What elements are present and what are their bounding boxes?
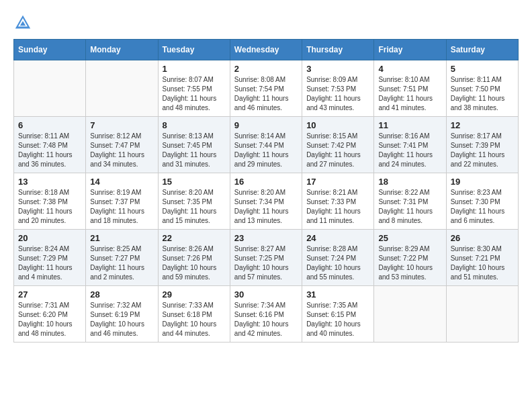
day-info: Sunrise: 8:12 AM Sunset: 7:47 PM Dayligh…	[90, 132, 153, 169]
day-number: 5	[451, 64, 514, 74]
calendar-cell: 21Sunrise: 8:25 AM Sunset: 7:27 PM Dayli…	[86, 230, 158, 286]
day-number: 11	[378, 120, 441, 130]
calendar-cell	[86, 60, 158, 117]
calendar-cell: 4Sunrise: 8:10 AM Sunset: 7:51 PM Daylig…	[374, 60, 446, 117]
calendar-cell: 18Sunrise: 8:22 AM Sunset: 7:31 PM Dayli…	[374, 173, 446, 230]
calendar-cell: 2Sunrise: 8:08 AM Sunset: 7:54 PM Daylig…	[230, 60, 302, 117]
day-number: 19	[451, 177, 514, 187]
day-info: Sunrise: 8:28 AM Sunset: 7:24 PM Dayligh…	[306, 244, 369, 282]
calendar-cell: 1Sunrise: 8:07 AM Sunset: 7:55 PM Daylig…	[158, 60, 230, 117]
day-number: 4	[378, 64, 441, 74]
day-number: 29	[163, 289, 226, 300]
calendar-cell: 22Sunrise: 8:26 AM Sunset: 7:26 PM Dayli…	[158, 230, 230, 286]
day-info: Sunrise: 8:24 AM Sunset: 7:29 PM Dayligh…	[18, 244, 81, 282]
day-number: 16	[234, 177, 298, 187]
calendar-cell: 13Sunrise: 8:18 AM Sunset: 7:38 PM Dayli…	[14, 173, 86, 230]
day-info: Sunrise: 8:09 AM Sunset: 7:53 PM Dayligh…	[306, 75, 369, 113]
day-number: 25	[378, 233, 441, 243]
week-row-5: 27Sunrise: 7:31 AM Sunset: 6:20 PM Dayli…	[14, 286, 519, 342]
day-number: 22	[163, 233, 226, 243]
day-info: Sunrise: 8:11 AM Sunset: 7:48 PM Dayligh…	[18, 132, 81, 169]
week-row-2: 6Sunrise: 8:11 AM Sunset: 7:48 PM Daylig…	[14, 117, 519, 173]
day-number: 6	[18, 120, 81, 130]
day-info: Sunrise: 7:31 AM Sunset: 6:20 PM Dayligh…	[18, 301, 81, 338]
calendar-cell	[14, 60, 86, 117]
day-info: Sunrise: 8:27 AM Sunset: 7:25 PM Dayligh…	[234, 244, 298, 282]
calendar-cell: 28Sunrise: 7:32 AM Sunset: 6:19 PM Dayli…	[86, 286, 158, 342]
day-info: Sunrise: 8:20 AM Sunset: 7:35 PM Dayligh…	[163, 188, 226, 226]
day-number: 12	[451, 120, 514, 130]
day-number: 26	[451, 233, 514, 243]
day-number: 9	[234, 120, 298, 130]
week-row-4: 20Sunrise: 8:24 AM Sunset: 7:29 PM Dayli…	[14, 230, 519, 286]
day-info: Sunrise: 8:18 AM Sunset: 7:38 PM Dayligh…	[18, 188, 81, 226]
calendar-cell	[374, 286, 446, 342]
calendar-cell: 14Sunrise: 8:19 AM Sunset: 7:37 PM Dayli…	[86, 173, 158, 230]
day-number: 1	[163, 64, 226, 74]
weekday-header-sunday: Sunday	[14, 40, 86, 60]
logo-icon	[13, 13, 32, 32]
weekday-header-tuesday: Tuesday	[158, 40, 230, 60]
day-info: Sunrise: 7:35 AM Sunset: 6:15 PM Dayligh…	[306, 301, 369, 338]
weekday-header-saturday: Saturday	[446, 40, 518, 60]
day-number: 20	[18, 233, 81, 243]
calendar-cell: 10Sunrise: 8:15 AM Sunset: 7:42 PM Dayli…	[302, 117, 374, 173]
day-info: Sunrise: 8:17 AM Sunset: 7:39 PM Dayligh…	[451, 132, 514, 169]
day-info: Sunrise: 8:21 AM Sunset: 7:33 PM Dayligh…	[306, 188, 369, 226]
calendar-cell: 25Sunrise: 8:29 AM Sunset: 7:22 PM Dayli…	[374, 230, 446, 286]
weekday-header-thursday: Thursday	[302, 40, 374, 60]
calendar-cell: 26Sunrise: 8:30 AM Sunset: 7:21 PM Dayli…	[446, 230, 518, 286]
calendar-cell: 8Sunrise: 8:13 AM Sunset: 7:45 PM Daylig…	[158, 117, 230, 173]
day-number: 14	[90, 177, 153, 187]
calendar-table: SundayMondayTuesdayWednesdayThursdayFrid…	[13, 39, 519, 342]
logo	[13, 13, 35, 32]
day-number: 13	[18, 177, 81, 187]
page-header	[13, 13, 519, 32]
weekday-header-friday: Friday	[374, 40, 446, 60]
weekday-header-row: SundayMondayTuesdayWednesdayThursdayFrid…	[14, 40, 519, 60]
day-number: 21	[90, 233, 153, 243]
week-row-1: 1Sunrise: 8:07 AM Sunset: 7:55 PM Daylig…	[14, 60, 519, 117]
calendar-cell: 19Sunrise: 8:23 AM Sunset: 7:30 PM Dayli…	[446, 173, 518, 230]
day-info: Sunrise: 8:11 AM Sunset: 7:50 PM Dayligh…	[451, 75, 514, 113]
calendar-cell: 20Sunrise: 8:24 AM Sunset: 7:29 PM Dayli…	[14, 230, 86, 286]
day-info: Sunrise: 8:22 AM Sunset: 7:31 PM Dayligh…	[378, 188, 441, 226]
day-number: 31	[306, 289, 369, 300]
day-info: Sunrise: 8:10 AM Sunset: 7:51 PM Dayligh…	[378, 75, 441, 113]
day-info: Sunrise: 8:25 AM Sunset: 7:27 PM Dayligh…	[90, 244, 153, 282]
day-number: 30	[234, 289, 298, 300]
day-info: Sunrise: 8:16 AM Sunset: 7:41 PM Dayligh…	[378, 132, 441, 169]
day-number: 24	[306, 233, 369, 243]
calendar-cell: 9Sunrise: 8:14 AM Sunset: 7:44 PM Daylig…	[230, 117, 302, 173]
day-number: 28	[90, 289, 153, 300]
calendar-cell: 23Sunrise: 8:27 AM Sunset: 7:25 PM Dayli…	[230, 230, 302, 286]
calendar-cell: 5Sunrise: 8:11 AM Sunset: 7:50 PM Daylig…	[446, 60, 518, 117]
day-info: Sunrise: 8:26 AM Sunset: 7:26 PM Dayligh…	[163, 244, 226, 282]
calendar-cell: 16Sunrise: 8:20 AM Sunset: 7:34 PM Dayli…	[230, 173, 302, 230]
day-number: 15	[163, 177, 226, 187]
day-number: 2	[234, 64, 298, 74]
calendar-cell: 15Sunrise: 8:20 AM Sunset: 7:35 PM Dayli…	[158, 173, 230, 230]
day-info: Sunrise: 8:23 AM Sunset: 7:30 PM Dayligh…	[451, 188, 514, 226]
week-row-3: 13Sunrise: 8:18 AM Sunset: 7:38 PM Dayli…	[14, 173, 519, 230]
calendar-cell: 30Sunrise: 7:34 AM Sunset: 6:16 PM Dayli…	[230, 286, 302, 342]
day-number: 23	[234, 233, 298, 243]
calendar-cell: 31Sunrise: 7:35 AM Sunset: 6:15 PM Dayli…	[302, 286, 374, 342]
calendar-cell: 6Sunrise: 8:11 AM Sunset: 7:48 PM Daylig…	[14, 117, 86, 173]
day-info: Sunrise: 8:08 AM Sunset: 7:54 PM Dayligh…	[234, 75, 298, 113]
day-info: Sunrise: 8:20 AM Sunset: 7:34 PM Dayligh…	[234, 188, 298, 226]
day-number: 27	[18, 289, 81, 300]
calendar-cell: 24Sunrise: 8:28 AM Sunset: 7:24 PM Dayli…	[302, 230, 374, 286]
calendar-cell: 12Sunrise: 8:17 AM Sunset: 7:39 PM Dayli…	[446, 117, 518, 173]
day-info: Sunrise: 8:29 AM Sunset: 7:22 PM Dayligh…	[378, 244, 441, 282]
day-info: Sunrise: 8:19 AM Sunset: 7:37 PM Dayligh…	[90, 188, 153, 226]
day-info: Sunrise: 8:15 AM Sunset: 7:42 PM Dayligh…	[306, 132, 369, 169]
day-info: Sunrise: 7:34 AM Sunset: 6:16 PM Dayligh…	[234, 301, 298, 338]
day-number: 18	[378, 177, 441, 187]
day-number: 3	[306, 64, 369, 74]
day-info: Sunrise: 7:32 AM Sunset: 6:19 PM Dayligh…	[90, 301, 153, 338]
weekday-header-monday: Monday	[86, 40, 158, 60]
calendar-cell: 11Sunrise: 8:16 AM Sunset: 7:41 PM Dayli…	[374, 117, 446, 173]
day-info: Sunrise: 8:14 AM Sunset: 7:44 PM Dayligh…	[234, 132, 298, 169]
day-number: 8	[163, 120, 226, 130]
